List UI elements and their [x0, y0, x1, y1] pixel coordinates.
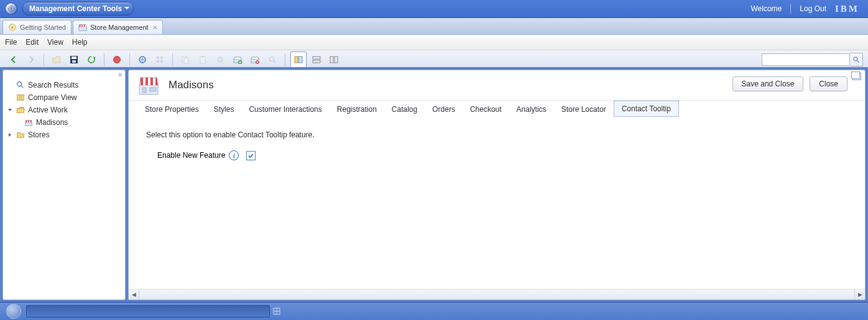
svg-rect-11 [157, 60, 159, 63]
svg-rect-28 [335, 57, 338, 63]
svg-rect-24 [298, 57, 302, 63]
paste-button[interactable] [195, 52, 210, 67]
preview-button[interactable] [135, 52, 150, 67]
divider [790, 4, 791, 14]
workspace: ✕ Search Results Compare View Active Wor… [0, 67, 868, 70]
app-tab-bar: Getting Started Store Management ✕ [0, 18, 868, 35]
svg-point-17 [218, 58, 222, 62]
grid-a-button[interactable] [152, 52, 167, 67]
separator [285, 53, 285, 66]
svg-rect-16 [201, 56, 204, 57]
close-icon[interactable]: ✕ [152, 24, 157, 31]
management-center-tools-menu[interactable]: Management Center Tools [22, 2, 134, 16]
svg-rect-9 [157, 57, 159, 59]
tab-label: Getting Started [20, 24, 66, 31]
management-center-tools-label: Management Center Tools [29, 4, 122, 13]
forward-button[interactable] [24, 52, 39, 67]
back-button[interactable] [6, 52, 21, 67]
find-button[interactable] [265, 52, 280, 67]
menu-edit[interactable]: Edit [25, 38, 39, 47]
tab-getting-started[interactable]: Getting Started [2, 20, 72, 34]
open-button[interactable] [49, 52, 64, 67]
svg-rect-10 [160, 57, 163, 59]
svg-rect-6 [72, 60, 76, 63]
logout-link[interactable]: Log Out [800, 4, 826, 13]
menu-help[interactable]: Help [72, 38, 88, 47]
compass-icon [8, 23, 17, 32]
svg-rect-15 [200, 57, 205, 63]
svg-rect-25 [313, 57, 320, 59]
separator [44, 53, 44, 66]
layout-horizontal-button[interactable] [309, 52, 324, 67]
menu-bar: File Edit View Help [0, 35, 868, 50]
welcome-link[interactable]: Welcome [751, 4, 782, 13]
ibm-logo: IBM [835, 4, 859, 14]
layout-combo-button[interactable] [290, 52, 307, 68]
separator [104, 53, 104, 66]
svg-rect-3 [79, 27, 86, 30]
separator [172, 53, 173, 66]
separator [129, 53, 130, 66]
refresh-button[interactable] [84, 52, 99, 67]
top-right-links: Welcome Log Out IBM [751, 4, 869, 14]
svg-rect-5 [72, 57, 76, 59]
store-action-b-button[interactable] [247, 52, 262, 67]
tab-label: Store Management [90, 24, 149, 31]
store-tab-icon [78, 23, 87, 32]
brand-globe-icon [5, 2, 17, 15]
svg-rect-26 [313, 60, 320, 63]
svg-rect-27 [330, 57, 333, 63]
svg-point-2 [11, 26, 14, 29]
svg-point-29 [854, 57, 857, 61]
svg-point-7 [114, 57, 121, 63]
svg-rect-23 [295, 57, 298, 63]
menu-view[interactable]: View [47, 38, 63, 47]
top-bar: Management Center Tools Welcome Log Out … [0, 0, 868, 18]
save-button[interactable] [67, 52, 81, 67]
search-icon [852, 56, 860, 63]
layout-vertical-button[interactable] [326, 52, 341, 67]
search-button[interactable] [850, 53, 863, 66]
copy-button[interactable] [178, 52, 193, 67]
chevron-down-icon [124, 7, 129, 12]
settings-button[interactable] [213, 52, 228, 67]
svg-rect-14 [184, 58, 188, 63]
svg-point-22 [270, 57, 274, 62]
search-input[interactable] [762, 53, 850, 66]
svg-rect-12 [160, 60, 163, 63]
menu-file[interactable]: File [5, 38, 17, 47]
store-action-a-button[interactable] [230, 52, 245, 67]
stop-button[interactable] [109, 52, 124, 67]
search-box [762, 53, 863, 66]
tab-store-management[interactable]: Store Management ✕ [73, 20, 163, 34]
